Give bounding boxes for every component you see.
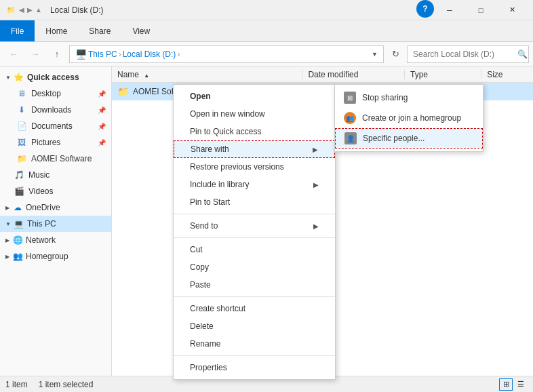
sidebar-label-videos: Videos <box>28 187 53 196</box>
col-header-name[interactable]: Name ▲ <box>112 70 302 79</box>
ctx-open-new-window[interactable]: Open in new window <box>174 105 335 123</box>
homegroup-share-label: Create or join a homegroup <box>362 113 461 123</box>
stop-sharing-label: Stop sharing <box>362 93 408 102</box>
onedrive-icon: ☁ <box>12 202 23 213</box>
search-box: 🔍 <box>407 45 529 63</box>
search-icon[interactable]: 🔍 <box>517 50 528 59</box>
ctx-share-with[interactable]: Share with ▶ <box>174 140 335 158</box>
sidebar-item-aomei-quick[interactable]: 📁 AOMEI Software <box>8 151 111 167</box>
sidebar-item-music[interactable]: 🎵 Music <box>0 167 111 183</box>
minimize-button[interactable]: ─ <box>434 0 465 20</box>
ctx-restore-versions[interactable]: Restore previous versions <box>174 158 335 176</box>
ctx-rename[interactable]: Rename <box>174 335 335 353</box>
sidebar-section-network[interactable]: ▶ 🌐 Network <box>0 232 111 248</box>
specific-people-icon: 👤 <box>344 132 357 145</box>
col-header-type[interactable]: Type <box>405 70 481 79</box>
back-button[interactable]: ← <box>4 45 23 63</box>
col-header-size[interactable]: Size <box>481 70 533 79</box>
window-icon: 📁 <box>5 5 16 16</box>
pictures-icon: 🖼 <box>16 137 27 148</box>
ctx-include-library[interactable]: Include in library ▶ <box>174 176 335 193</box>
ctx-sep-4 <box>174 355 335 356</box>
ctx-delete[interactable]: Delete <box>174 317 335 335</box>
item-count: 1 item <box>5 380 28 389</box>
sidebar-section-homegroup[interactable]: ▶ 👥 Homegroup <box>0 248 111 264</box>
sidebar-item-documents[interactable]: 📄 Documents 📌 <box>8 118 111 134</box>
sidebar-section-quickaccess[interactable]: ▼ ⭐ Quick access <box>0 69 111 85</box>
sub-homegroup[interactable]: 👥 Create or join a homegroup <box>335 108 483 128</box>
help-button[interactable]: ? <box>416 0 434 18</box>
titlebar-quick-icons: ◀ ▶ ▲ <box>19 6 42 14</box>
submenu-arrow-library: ▶ <box>313 181 319 189</box>
homegroup-share-icon: 👥 <box>343 111 357 125</box>
window-title: Local Disk (D:) <box>50 5 414 15</box>
ctx-include-label: Include in library <box>190 180 249 189</box>
up-quick-icon: ▲ <box>35 6 42 14</box>
tab-file[interactable]: File <box>0 20 35 41</box>
pin-icon-documents: 📌 <box>98 123 106 130</box>
ctx-open[interactable]: Open <box>174 87 335 105</box>
sidebar-label-thispc: This PC <box>27 219 56 229</box>
specific-people-label: Specific people... <box>363 134 425 143</box>
homegroup-icon: 👥 <box>12 251 23 262</box>
view-details-button[interactable]: ☰ <box>514 378 528 391</box>
sub-stop-sharing[interactable]: ⊠ Stop sharing <box>335 87 483 108</box>
sidebar-item-pictures[interactable]: 🖼 Pictures 📌 <box>8 134 111 151</box>
ctx-copy[interactable]: Copy <box>174 258 335 276</box>
ctx-create-shortcut[interactable]: Create shortcut <box>174 300 335 317</box>
music-icon: 🎵 <box>14 170 24 180</box>
sidebar-label-onedrive: OneDrive <box>26 203 60 212</box>
breadcrumb-icon: 🖥️ <box>75 49 87 60</box>
sidebar-item-downloads[interactable]: ⬇ Downloads 📌 <box>8 102 111 118</box>
tab-home[interactable]: Home <box>35 20 78 41</box>
sidebar-label-documents: Documents <box>31 121 73 131</box>
address-box[interactable]: 🖥️ This PC › Local Disk (D:) › ▼ <box>69 45 384 63</box>
svg-text:👥: 👥 <box>346 114 355 123</box>
ctx-paste[interactable]: Paste <box>174 276 335 294</box>
col-header-date[interactable]: Date modified <box>302 70 405 79</box>
breadcrumb-thispc[interactable]: This PC <box>88 50 117 59</box>
breadcrumb: 🖥️ This PC › Local Disk (D:) › <box>75 49 180 60</box>
quickaccess-children: 🖥 Desktop 📌 ⬇ Downloads 📌 📄 Documents 📌 … <box>0 85 111 167</box>
expand-arrow-homegroup: ▶ <box>5 254 9 260</box>
up-button[interactable]: ↑ <box>47 45 66 63</box>
ctx-sep-1 <box>174 214 335 214</box>
address-dropdown-icon[interactable]: ▼ <box>372 51 378 58</box>
ctx-cut[interactable]: Cut <box>174 241 335 258</box>
forward-button[interactable]: → <box>26 45 45 63</box>
tab-view[interactable]: View <box>121 20 161 41</box>
ribbon: File Home Share View <box>0 20 533 42</box>
ctx-pin-start[interactable]: Pin to Start <box>174 193 335 211</box>
sidebar-item-desktop[interactable]: 🖥 Desktop 📌 <box>8 85 111 102</box>
maximize-button[interactable]: □ <box>465 0 496 20</box>
refresh-button[interactable]: ↻ <box>387 45 404 63</box>
ctx-sendto-label: Send to <box>190 221 218 231</box>
view-large-icons-button[interactable]: ⊞ <box>499 378 513 391</box>
sidebar-section-onedrive[interactable]: ▶ ☁ OneDrive <box>0 199 111 216</box>
thispc-icon: 💻 <box>14 218 24 229</box>
ctx-sep-3 <box>174 296 335 297</box>
search-input[interactable] <box>413 50 515 59</box>
aomei-icon-quick: 📁 <box>16 153 27 164</box>
submenu-share: ⊠ Stop sharing 👥 Create or join a homegr… <box>334 84 483 152</box>
ribbon-tabs: File Home Share View <box>0 20 161 41</box>
submenu-arrow-share: ▶ <box>313 146 318 153</box>
submenu-arrow-sendto: ▶ <box>313 222 319 230</box>
breadcrumb-localdisk[interactable]: Local Disk (D:) <box>123 50 176 59</box>
expand-arrow-quickaccess: ▼ <box>5 75 11 81</box>
ctx-pin-quickaccess[interactable]: Pin to Quick access <box>174 123 335 140</box>
sidebar-item-videos[interactable]: 🎬 Videos <box>0 183 111 199</box>
ctx-send-to[interactable]: Send to ▶ <box>174 217 335 235</box>
sidebar-label-desktop: Desktop <box>31 89 61 98</box>
ctx-properties[interactable]: Properties <box>174 359 335 376</box>
close-button[interactable]: ✕ <box>496 0 528 20</box>
expand-arrow-onedrive: ▶ <box>5 205 9 211</box>
quickaccess-icon: ⭐ <box>14 72 24 83</box>
sidebar-section-thispc[interactable]: ▼ 💻 This PC <box>0 216 111 232</box>
stop-sharing-icon: ⊠ <box>343 91 357 104</box>
sidebar-label-aomei-quick: AOMEI Software <box>31 154 92 163</box>
tab-share[interactable]: Share <box>78 20 121 41</box>
pin-icon-pictures: 📌 <box>98 139 106 146</box>
sub-specific-people[interactable]: 👤 Specific people... <box>335 128 483 149</box>
back-quick-icon: ◀ <box>19 6 24 14</box>
